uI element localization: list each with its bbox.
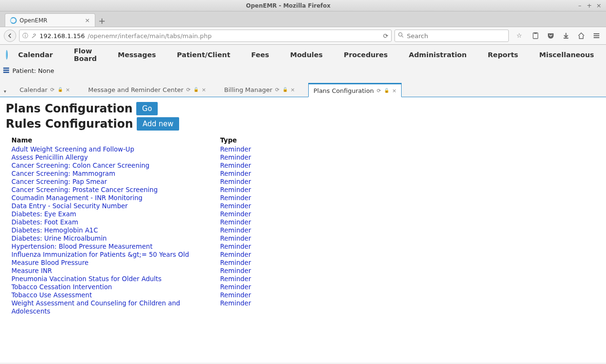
close-icon[interactable]: × [66, 87, 70, 93]
menu-item-miscellaneous[interactable]: Miscellaneous [539, 51, 594, 59]
rule-name-link[interactable]: Pneumonia Vaccination Status for Older A… [11, 275, 162, 283]
rule-name-link[interactable]: Tobacco Cessation Intervention [11, 283, 112, 291]
bookmark-star-icon[interactable]: ☆ [516, 32, 524, 40]
rule-type-link[interactable]: Reminder [220, 283, 251, 291]
back-button[interactable] [4, 30, 16, 42]
rule-type-link[interactable]: Reminder [220, 267, 251, 274]
pocket-icon[interactable] [547, 32, 555, 40]
rule-name-link[interactable]: Cancer Screening: Colon Cancer Screening [11, 162, 150, 169]
rule-name-link[interactable]: Assess Penicillin Allergy [11, 153, 88, 161]
inner-tab-calendar[interactable]: Calendar⟳🔓× [15, 82, 75, 97]
refresh-icon[interactable]: ⟳ [377, 88, 381, 94]
rule-type-link[interactable]: Reminder [220, 299, 251, 307]
info-icon[interactable]: ⓘ [22, 32, 28, 40]
menu-item-messages[interactable]: Messages [118, 51, 156, 59]
rule-type-link[interactable]: Reminder [220, 170, 251, 177]
rule-type-link[interactable]: Reminder [220, 186, 251, 193]
address-bar[interactable]: ⓘ 192.168.1.156/openemr/interface/main/t… [19, 30, 392, 42]
rule-type-link[interactable]: Reminder [220, 226, 251, 234]
insecure-icon [31, 33, 37, 39]
window-close-button[interactable]: × [596, 2, 602, 9]
openemr-logo-icon[interactable] [6, 50, 8, 60]
menu-item-reports[interactable]: Reports [488, 51, 518, 59]
rule-name-link[interactable]: Measure INR [11, 267, 52, 274]
rule-type-link[interactable]: Reminder [220, 202, 251, 210]
rule-name-link[interactable]: Cancer Screening: Mammogram [11, 170, 115, 177]
table-row: Cancer Screening: Pap SmearReminder [11, 178, 600, 186]
downloads-icon[interactable] [562, 32, 570, 40]
close-icon[interactable]: × [392, 88, 396, 94]
plans-go-button[interactable]: Go [136, 102, 158, 115]
rule-type-link[interactable]: Reminder [220, 275, 251, 283]
rule-type-link[interactable]: Reminder [220, 259, 251, 266]
rule-type-link[interactable]: Reminder [220, 153, 251, 161]
table-row: Cancer Screening: Prostate Cancer Screen… [11, 186, 600, 194]
content-area: Plans Configuration Go Rules Configurati… [0, 97, 606, 363]
rule-name-link[interactable]: Coumadin Management - INR Monitoring [11, 194, 142, 202]
refresh-icon[interactable]: ⟳ [50, 87, 55, 93]
browser-tab[interactable]: OpenEMR × [5, 13, 95, 27]
window-title: OpenEMR - Mozilla Firefox [0, 2, 576, 9]
rule-name-link[interactable]: Weight Assessment and Counseling for Chi… [11, 299, 180, 315]
rule-type-link[interactable]: Reminder [220, 218, 251, 226]
rule-name-link[interactable]: Data Entry - Social Security Number [11, 202, 128, 210]
rule-type-link[interactable]: Reminder [220, 178, 251, 185]
window-minimize-button[interactable]: – [576, 2, 583, 9]
menu-item-administration[interactable]: Administration [409, 51, 467, 59]
rule-name-link[interactable]: Measure Blood Pressure [11, 259, 89, 266]
rule-type-link[interactable]: Reminder [220, 194, 251, 202]
hamburger-menu-icon[interactable] [593, 32, 600, 40]
menu-item-patient-client[interactable]: Patient/Client [177, 51, 230, 59]
clipboard-icon[interactable] [532, 32, 539, 40]
rule-type-link[interactable]: Reminder [220, 234, 251, 242]
svg-rect-5 [3, 70, 9, 71]
rule-type-link[interactable]: Reminder [220, 210, 251, 218]
lock-icon[interactable]: 🔓 [58, 87, 63, 92]
patient-list-icon[interactable] [3, 67, 10, 75]
tab-close-icon[interactable]: × [85, 17, 90, 24]
rule-name-link[interactable]: Diabetes: Foot Exam [11, 218, 78, 226]
rule-name-link[interactable]: Cancer Screening: Prostate Cancer Screen… [11, 186, 158, 193]
page-viewport: CalendarFlow BoardMessagesPatient/Client… [0, 45, 606, 364]
app-menu: CalendarFlow BoardMessagesPatient/Client… [0, 45, 606, 65]
tabs-caret-icon[interactable]: ▾ [4, 89, 6, 97]
rule-type-link[interactable]: Reminder [220, 162, 251, 169]
rule-name-link[interactable]: Hypertension: Blood Pressure Measurement [11, 243, 152, 250]
menu-item-procedures[interactable]: Procedures [344, 51, 388, 59]
rule-type-link[interactable]: Reminder [220, 145, 251, 153]
search-input[interactable] [407, 32, 505, 40]
rule-name-link[interactable]: Diabetes: Urine Microalbumin [11, 234, 107, 242]
rule-type-link[interactable]: Reminder [220, 251, 251, 258]
refresh-icon[interactable]: ⟳ [186, 87, 191, 93]
rule-type-link[interactable]: Reminder [220, 291, 251, 299]
rule-name-link[interactable]: Diabetes: Hemoglobin A1C [11, 226, 98, 234]
menu-item-fees[interactable]: Fees [251, 51, 269, 59]
lock-icon[interactable]: 🔓 [384, 88, 389, 93]
reload-icon[interactable]: ⟳ [383, 32, 388, 40]
lock-icon[interactable]: 🔓 [193, 87, 199, 92]
refresh-icon[interactable]: ⟳ [275, 87, 280, 93]
rule-type-link[interactable]: Reminder [220, 243, 251, 250]
rule-name-link[interactable]: Diabetes: Eye Exam [11, 210, 76, 218]
close-icon[interactable]: × [202, 87, 206, 93]
menu-item-flow-board[interactable]: Flow Board [74, 47, 97, 62]
rule-name-link[interactable]: Influenza Immunization for Patients &gt;… [11, 251, 189, 258]
lock-icon[interactable]: 🔓 [283, 87, 288, 92]
window-maximize-button[interactable]: + [586, 2, 593, 9]
menu-item-calendar[interactable]: Calendar [18, 51, 53, 59]
inner-tab-plans-configuration[interactable]: Plans Configuration⟳🔓× [308, 83, 402, 97]
home-icon[interactable] [577, 32, 585, 40]
search-icon [398, 32, 404, 40]
close-icon[interactable]: × [291, 87, 295, 93]
table-row: Pneumonia Vaccination Status for Older A… [11, 275, 600, 283]
rules-add-new-button[interactable]: Add new [137, 117, 179, 131]
col-name-header: Name [11, 136, 220, 144]
menu-item-modules[interactable]: Modules [290, 51, 323, 59]
rule-name-link[interactable]: Adult Weight Screening and Follow-Up [11, 145, 134, 153]
rule-name-link[interactable]: Cancer Screening: Pap Smear [11, 178, 107, 185]
new-tab-button[interactable]: + [95, 14, 109, 27]
rule-name-link[interactable]: Tobacco Use Assessment [11, 291, 92, 299]
inner-tab-message-and-reminder-center[interactable]: Message and Reminder Center⟳🔓× [83, 82, 211, 97]
search-bar[interactable] [394, 30, 509, 42]
inner-tab-billing-manager[interactable]: Billing Manager⟳🔓× [220, 82, 300, 97]
